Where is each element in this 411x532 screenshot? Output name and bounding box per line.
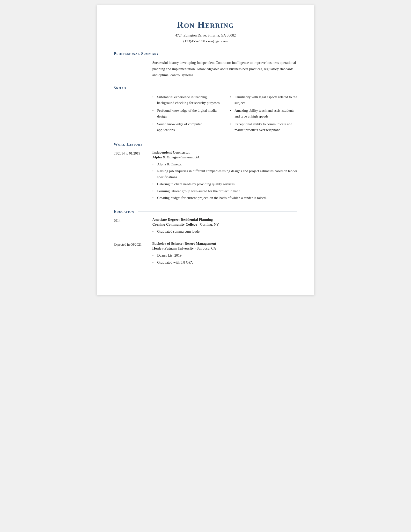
skills-title: Skills: [114, 86, 126, 90]
work-bullet-item: Creating budget for current project, on …: [152, 195, 297, 201]
work-history-header: Work History: [114, 142, 297, 147]
skills-left-list: Substantial experience in teaching, back…: [152, 94, 220, 133]
summary-header: Professional Summary: [114, 51, 297, 56]
candidate-name: Ron Herring: [114, 19, 297, 30]
work-details: Independent ContractorAlpha & Omega – Sm…: [152, 150, 297, 202]
skill-item: Substantial experience in teaching, back…: [152, 94, 220, 106]
edu-entry: 2014Associate Degree: Residential Planni…: [114, 218, 297, 236]
edu-entry: Expected in 06/2021Bachelor of Science: …: [114, 242, 297, 266]
candidate-contact: (123)456-7890 - ron@gsr.com: [114, 38, 297, 44]
edu-details: Associate Degree: Residential PlanningCo…: [152, 218, 297, 236]
education-divider: [138, 212, 297, 212]
education-section: Education 2014Associate Degree: Resident…: [114, 209, 297, 266]
summary-title: Professional Summary: [114, 51, 159, 56]
education-entries: 2014Associate Degree: Residential Planni…: [114, 218, 297, 266]
school-name: Henley-Putnam University: [152, 247, 194, 250]
work-bullet-item: Forming laborer group well-suited for th…: [152, 188, 297, 194]
skills-header: Skills: [114, 86, 297, 90]
skill-item: Amazing ability teach and assist student…: [230, 108, 297, 119]
professional-summary-section: Professional Summary Successful history …: [114, 51, 297, 78]
edu-date: Expected in 06/2021: [114, 242, 152, 266]
header: Ron Herring 4724 Edington Drive, Smyrna,…: [114, 19, 297, 44]
edu-bullet-item: Graduated summa cum laude: [152, 228, 297, 235]
school-line: Corning Community College - Corning, NY: [152, 222, 297, 227]
job-title: Independent Contractor: [152, 150, 297, 154]
summary-text: Successful history developing Independen…: [152, 60, 297, 78]
edu-bullet-item: Graduated with 3.8 GPA: [152, 259, 297, 266]
skill-item: Exceptional ability to communicate and m…: [230, 121, 297, 133]
skill-item: Profound knowledge of the digital media …: [152, 108, 220, 119]
work-date: 01/2014 to 01/2019: [114, 150, 152, 202]
work-bullet-item: Raising job enquiries in different compa…: [152, 168, 297, 180]
degree-title: Bachelor of Science: Resort Management: [152, 242, 297, 246]
education-header: Education: [114, 209, 297, 214]
edu-details: Bachelor of Science: Resort ManagementHe…: [152, 242, 297, 266]
skills-section: Skills Substantial experience in teachin…: [114, 86, 297, 135]
work-bullets: Alpha & Omega.Raising job enquiries in d…: [152, 161, 297, 201]
company-line: Alpha & Omega – Smyrna, GA: [152, 155, 297, 159]
edu-bullets: Dean's List 2019Graduated with 3.8 GPA: [152, 252, 297, 266]
skill-item: Familiarity with legal aspects related t…: [230, 94, 297, 106]
skills-divider: [130, 88, 297, 88]
school-line: Henley-Putnam University - San Jose, CA: [152, 247, 297, 250]
work-history-title: Work History: [114, 142, 142, 147]
work-history-entries: 01/2014 to 01/2019Independent Contractor…: [114, 150, 297, 202]
skill-item: Sound knowledge of computer applications: [152, 121, 220, 133]
work-history-section: Work History 01/2014 to 01/2019Independe…: [114, 142, 297, 202]
edu-bullets: Graduated summa cum laude: [152, 228, 297, 235]
work-entry: 01/2014 to 01/2019Independent Contractor…: [114, 150, 297, 202]
candidate-address: 4724 Edington Drive, Smyrna, GA 30082: [114, 32, 297, 38]
education-title: Education: [114, 209, 134, 214]
degree-title: Associate Degree: Residential Planning: [152, 218, 297, 222]
resume-page: Ron Herring 4724 Edington Drive, Smyrna,…: [97, 5, 314, 295]
skills-right-column: Familiarity with legal aspects related t…: [230, 94, 297, 135]
skills-right-list: Familiarity with legal aspects related t…: [230, 94, 297, 133]
school-name: Corning Community College: [152, 222, 197, 226]
degree-name: Bachelor of Science: [152, 242, 183, 246]
edu-date: 2014: [114, 218, 152, 236]
work-bullet-item: Alpha & Omega.: [152, 161, 297, 167]
skills-content: Substantial experience in teaching, back…: [152, 94, 297, 135]
work-bullet-item: Catering to client needs by providing qu…: [152, 181, 297, 187]
skills-left-column: Substantial experience in teaching, back…: [152, 94, 220, 135]
summary-divider: [162, 54, 297, 54]
degree-name: Associate Degree: [152, 218, 178, 221]
edu-bullet-item: Dean's List 2019: [152, 252, 297, 258]
work-history-divider: [146, 144, 297, 144]
company-name: Alpha & Omega: [152, 155, 178, 159]
